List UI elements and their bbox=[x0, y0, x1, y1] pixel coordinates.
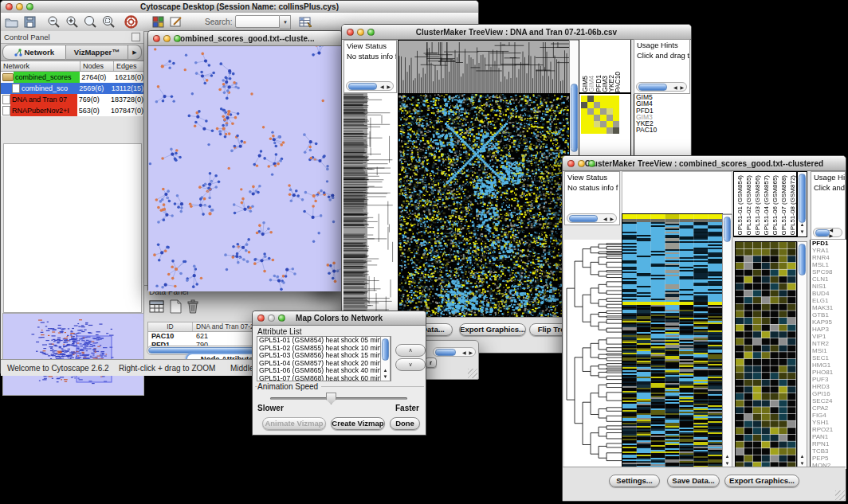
gene-label[interactable]: MAK31 bbox=[811, 304, 846, 311]
vscroll-thumb[interactable] bbox=[724, 217, 731, 242]
scroll-down-icon[interactable] bbox=[798, 229, 807, 235]
zoom-button[interactable] bbox=[278, 315, 285, 322]
scroll-up-icon[interactable] bbox=[798, 453, 807, 459]
gene-label[interactable]: RNR4 bbox=[811, 254, 846, 261]
save-data-button[interactable]: Save Data... bbox=[667, 475, 720, 487]
gene-label[interactable]: FIG4 bbox=[811, 412, 846, 419]
vscroll-thumb[interactable] bbox=[799, 244, 806, 275]
select-attributes-icon[interactable] bbox=[149, 299, 165, 317]
done-button[interactable]: Done bbox=[390, 417, 420, 430]
attribute-list-vscrollbar[interactable] bbox=[380, 336, 391, 381]
column-label[interactable]: GPL51-07 (GSM868) bbox=[779, 175, 788, 236]
hscroll-thumb[interactable] bbox=[435, 349, 456, 356]
attribute-browser-icon[interactable] bbox=[297, 14, 313, 29]
zoom-button[interactable] bbox=[588, 160, 595, 167]
usage-hints-hscrollbar[interactable] bbox=[636, 82, 687, 92]
column-label[interactable]: PAC10 bbox=[614, 72, 621, 92]
hscroll-arrows-icon[interactable] bbox=[380, 84, 391, 89]
gene-label[interactable]: PEP5 bbox=[811, 455, 846, 462]
color-mapper-icon[interactable] bbox=[150, 14, 166, 29]
delete-attribute-trash-icon[interactable] bbox=[186, 299, 199, 317]
zoom-heatmap-canvas[interactable] bbox=[735, 241, 797, 470]
vscroll-thumb[interactable] bbox=[571, 84, 578, 152]
gene-label[interactable]: GPI16 bbox=[811, 390, 846, 397]
fragment-button[interactable]: r bbox=[425, 357, 437, 368]
settings-button[interactable]: Settings... bbox=[609, 475, 660, 487]
gene-label[interactable]: BUD4 bbox=[811, 290, 846, 297]
new-attribute-icon[interactable] bbox=[170, 299, 182, 317]
hscroll-arrows-icon[interactable] bbox=[603, 216, 614, 221]
gene-label[interactable]: MSL1 bbox=[811, 261, 846, 268]
gene-label[interactable]: RPO21 bbox=[811, 426, 846, 433]
hscroll-thumb[interactable] bbox=[348, 83, 377, 90]
fragment-hscrollbar[interactable] bbox=[433, 347, 476, 357]
gene-label[interactable]: YRA1 bbox=[811, 247, 846, 254]
gene-label[interactable]: ELG1 bbox=[811, 297, 846, 304]
global-heatmap-canvas[interactable] bbox=[622, 213, 723, 470]
export-graphics-button[interactable]: Export Graphics... bbox=[459, 323, 526, 336]
gene-label[interactable]: HMG1 bbox=[811, 361, 846, 369]
gene-label[interactable]: TCB3 bbox=[811, 447, 846, 455]
gene-label[interactable]: RPN1 bbox=[811, 440, 846, 447]
column-label[interactable]: GPL51-08 (GSM872) bbox=[788, 175, 797, 236]
gene-label[interactable]: SEC1 bbox=[811, 354, 846, 361]
view-status-hscrollbar[interactable] bbox=[567, 213, 617, 223]
column-label[interactable]: GPL51-01 (GSM854) bbox=[736, 175, 744, 236]
treeview2-titlebar[interactable]: ClusterMaker TreeView : combined_scores_… bbox=[563, 156, 846, 171]
gene-label[interactable]: CPA2 bbox=[811, 404, 846, 412]
search-dropdown-icon[interactable] bbox=[280, 15, 291, 29]
zoom-button[interactable] bbox=[367, 29, 375, 36]
save-icon[interactable] bbox=[22, 14, 37, 29]
help-lifering-icon[interactable] bbox=[123, 14, 139, 29]
vscroll-thumb[interactable] bbox=[799, 174, 806, 223]
resize-grip[interactable] bbox=[468, 369, 477, 378]
hscroll-arrows-icon[interactable] bbox=[830, 227, 840, 238]
tab-overflow-arrow-icon[interactable] bbox=[128, 45, 142, 60]
gene-label[interactable]: PAC10 bbox=[634, 127, 690, 133]
column-labels-vscrollbar[interactable] bbox=[797, 171, 807, 237]
scroll-up-icon[interactable] bbox=[798, 221, 807, 228]
zoom-out-icon[interactable] bbox=[45, 14, 61, 29]
gene-label[interactable]: NTR2 bbox=[811, 340, 846, 347]
gene-label[interactable]: SEC24 bbox=[811, 397, 846, 404]
zoom-button[interactable] bbox=[26, 3, 33, 10]
column-header-network[interactable]: Network bbox=[1, 61, 80, 71]
global-heatmap-canvas[interactable] bbox=[398, 93, 570, 319]
move-up-button[interactable]: ∧ bbox=[395, 344, 426, 357]
row-dendrogram-canvas[interactable] bbox=[564, 240, 622, 469]
hscroll-arrows-icon[interactable] bbox=[673, 84, 685, 90]
gene-label[interactable]: HAP3 bbox=[811, 326, 846, 333]
row-dendrogram-canvas[interactable] bbox=[344, 93, 398, 319]
scroll-up-icon[interactable] bbox=[381, 367, 390, 373]
gene-label[interactable]: PUF3 bbox=[811, 376, 846, 383]
gene-label[interactable]: YSH1 bbox=[811, 419, 846, 426]
gene-label[interactable]: KAP95 bbox=[811, 318, 846, 326]
annotation-icon[interactable] bbox=[168, 14, 184, 29]
close-button[interactable] bbox=[6, 3, 13, 10]
zoom-selected-icon[interactable] bbox=[100, 14, 116, 29]
treeview1-titlebar[interactable]: ClusterMaker TreeView : DNA and Tran 07-… bbox=[342, 25, 691, 40]
minimize-button[interactable] bbox=[578, 160, 585, 167]
column-label[interactable]: GPL51-03 (GSM856) bbox=[753, 175, 762, 236]
resize-grip[interactable] bbox=[835, 490, 845, 500]
animate-vizmap-button[interactable]: Animate Vizmap bbox=[262, 417, 326, 430]
main-titlebar[interactable]: Cytoscape Desktop (Session Name: collins… bbox=[1, 1, 478, 14]
minimize-button[interactable] bbox=[163, 35, 171, 42]
zoom-in-icon[interactable] bbox=[64, 14, 80, 29]
usage-hints-hscrollbar[interactable] bbox=[813, 228, 842, 237]
column-dendrogram-panel[interactable] bbox=[622, 171, 732, 214]
column-label[interactable]: GPL51-06 (GSM865) bbox=[771, 175, 779, 236]
zoom-heatmap-vscrollbar[interactable] bbox=[797, 241, 807, 469]
dialog-titlebar[interactable]: Map Colors to Network bbox=[253, 311, 426, 326]
minimize-button[interactable] bbox=[16, 3, 23, 10]
float-panel-icon[interactable] bbox=[132, 33, 140, 41]
scroll-down-icon[interactable] bbox=[798, 460, 807, 467]
network-view-titlebar[interactable]: combined_scores_good.txt--cluste... bbox=[148, 31, 342, 46]
gene-label[interactable]: PHO81 bbox=[811, 369, 846, 376]
tab-vizmapper[interactable]: VizMapper™ bbox=[66, 45, 129, 60]
gene-label[interactable]: MSI1 bbox=[811, 347, 846, 354]
close-button[interactable] bbox=[567, 160, 575, 167]
close-button[interactable] bbox=[347, 29, 354, 36]
zoom-heatmap-matrix-canvas[interactable] bbox=[581, 96, 619, 134]
zoom-fit-icon[interactable] bbox=[82, 14, 98, 29]
